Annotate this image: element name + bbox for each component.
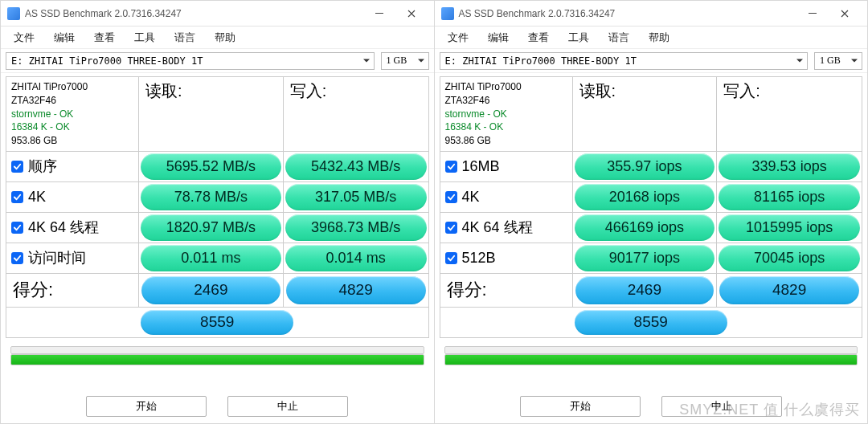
score-read: 2469: [141, 276, 280, 304]
drive-select[interactable]: E: ZHITAI TiPro7000 THREE-BODY 1T: [440, 52, 809, 70]
test-checkbox[interactable]: [445, 222, 457, 234]
test-name: 顺序: [28, 157, 57, 176]
menubar: 文件 编辑 查看 工具 语言 帮助: [1, 26, 434, 49]
svg-rect-1: [809, 13, 817, 14]
write-value: 317.05 MB/s: [285, 184, 427, 210]
test-checkbox[interactable]: [11, 222, 23, 234]
svg-rect-0: [375, 13, 383, 14]
minimize-button[interactable]: [363, 1, 395, 26]
read-value: 20168 iops: [575, 184, 715, 210]
score-write: 4829: [286, 276, 426, 304]
menu-tools[interactable]: 工具: [126, 29, 163, 47]
titlebar: AS SSD Benchmark 2.0.7316.34247: [435, 1, 868, 26]
menu-lang[interactable]: 语言: [600, 29, 637, 47]
test-name: 访问时间: [28, 248, 86, 267]
read-value: 355.97 iops: [575, 153, 715, 180]
titlebar: AS SSD Benchmark 2.0.7316.34247: [1, 1, 434, 26]
abort-button[interactable]: 中止: [227, 396, 348, 417]
menu-view[interactable]: 查看: [86, 29, 123, 47]
size-select[interactable]: 1 GB: [381, 52, 429, 70]
window-title: AS SSD Benchmark 2.0.7316.34247: [459, 8, 616, 19]
drive-bar: E: ZHITAI TiPro7000 THREE-BODY 1T 1 GB: [1, 49, 434, 73]
test-checkbox[interactable]: [11, 161, 23, 173]
read-value: 0.011 ms: [141, 245, 281, 271]
driver-status: stornvme - OK: [11, 108, 133, 121]
drive-info: ZHITAI TiPro7000 ZTA32F46 stornvme - OK …: [6, 77, 139, 151]
drive-select[interactable]: E: ZHITAI TiPro7000 THREE-BODY 1T: [6, 52, 375, 70]
test-row: 4K20168 iops81165 iops: [440, 182, 863, 213]
read-value: 466169 iops: [575, 214, 715, 241]
test-label: 4K: [440, 182, 573, 212]
menu-file[interactable]: 文件: [440, 29, 477, 47]
benchmark-window-right: AS SSD Benchmark 2.0.7316.34247 文件 编辑 查看…: [435, 0, 869, 424]
menu-file[interactable]: 文件: [6, 29, 43, 47]
menu-view[interactable]: 查看: [520, 29, 557, 47]
menu-tools[interactable]: 工具: [560, 29, 597, 47]
test-label: 4K: [6, 182, 139, 212]
drive-fw: ZTA32F46: [11, 94, 133, 108]
test-row: 顺序5695.52 MB/s5432.43 MB/s: [6, 152, 429, 182]
write-value: 1015995 iops: [719, 214, 860, 241]
score-total: 8559: [141, 310, 293, 335]
test-row: 4K 64 线程1820.97 MB/s3968.73 MB/s: [6, 213, 429, 243]
column-write: 写入:: [284, 77, 428, 151]
menu-help[interactable]: 帮助: [641, 29, 678, 47]
column-read: 读取:: [573, 77, 718, 151]
close-button[interactable]: [395, 1, 428, 26]
write-value: 5432.43 MB/s: [285, 153, 427, 180]
minimize-button[interactable]: [796, 1, 829, 26]
column-read: 读取:: [139, 77, 284, 151]
test-checkbox[interactable]: [11, 191, 23, 203]
test-label: 访问时间: [6, 243, 139, 273]
test-label: 16MB: [440, 152, 573, 181]
menu-edit[interactable]: 编辑: [480, 29, 517, 47]
menu-lang[interactable]: 语言: [166, 29, 203, 47]
progress-total: [444, 354, 858, 365]
progress-total: [10, 354, 424, 365]
test-row: 访问时间0.011 ms0.014 ms: [6, 243, 429, 274]
size-select[interactable]: 1 GB: [814, 52, 862, 70]
test-label: 4K 64 线程: [440, 213, 573, 243]
read-value: 78.78 MB/s: [141, 184, 281, 210]
test-checkbox[interactable]: [445, 252, 457, 264]
score-label: 得分:: [440, 274, 573, 307]
test-label: 512B: [440, 243, 573, 273]
test-name: 4K: [462, 189, 480, 206]
test-name: 4K: [28, 189, 46, 206]
read-value: 90177 iops: [575, 245, 715, 271]
drive-capacity: 953.86 GB: [11, 134, 133, 148]
write-value: 0.014 ms: [285, 245, 427, 271]
app-icon: [7, 7, 20, 20]
drive-info: ZHITAI TiPro7000 ZTA32F46 stornvme - OK …: [440, 77, 573, 151]
menubar: 文件 编辑 查看 工具 语言 帮助: [435, 26, 868, 49]
test-row: 4K 64 线程466169 iops1015995 iops: [440, 213, 863, 243]
score-read: 2469: [575, 276, 714, 304]
score-write: 4829: [719, 276, 859, 304]
test-checkbox[interactable]: [445, 191, 457, 203]
menu-edit[interactable]: 编辑: [46, 29, 83, 47]
benchmark-window-left: AS SSD Benchmark 2.0.7316.34247 文件 编辑 查看…: [0, 0, 435, 424]
progress-sub: [444, 346, 858, 354]
close-button[interactable]: [829, 1, 861, 26]
test-row: 16MB355.97 iops339.53 iops: [440, 152, 863, 182]
test-name: 512B: [462, 250, 496, 267]
write-value: 70045 iops: [719, 245, 860, 271]
window-title: AS SSD Benchmark 2.0.7316.34247: [25, 8, 182, 19]
write-value: 339.53 iops: [719, 153, 860, 180]
test-checkbox[interactable]: [445, 161, 457, 173]
score-label: 得分:: [6, 274, 139, 307]
drive-fw: ZTA32F46: [445, 94, 567, 108]
test-name: 4K 64 线程: [28, 218, 99, 237]
start-button[interactable]: 开始: [86, 396, 207, 417]
start-button[interactable]: 开始: [520, 396, 641, 417]
drive-bar: E: ZHITAI TiPro7000 THREE-BODY 1T 1 GB: [435, 49, 868, 73]
test-label: 顺序: [6, 152, 139, 181]
progress-sub: [10, 346, 424, 354]
read-value: 5695.52 MB/s: [141, 153, 281, 180]
abort-button[interactable]: 中止: [661, 396, 782, 417]
align-status: 16384 K - OK: [11, 120, 133, 134]
align-status: 16384 K - OK: [445, 120, 567, 134]
test-checkbox[interactable]: [11, 252, 23, 264]
app-icon: [441, 7, 454, 20]
menu-help[interactable]: 帮助: [207, 29, 244, 47]
